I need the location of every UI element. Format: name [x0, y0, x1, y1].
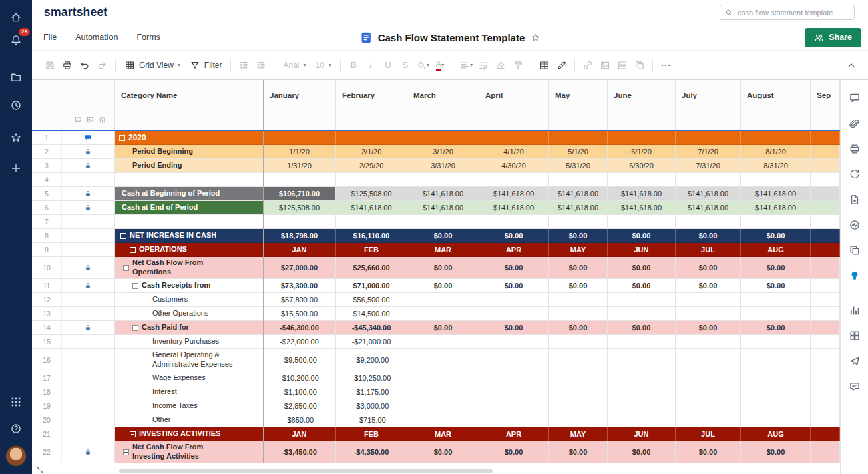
category-cell[interactable] — [115, 173, 264, 187]
value-cell[interactable]: $14,500.00 — [336, 307, 407, 321]
value-cell[interactable]: $56,500.00 — [336, 293, 407, 307]
value-cell[interactable] — [479, 173, 549, 187]
value-cell[interactable]: $0.00 — [479, 441, 549, 463]
value-cell[interactable] — [811, 307, 840, 321]
value-cell[interactable]: 8/31/20 — [741, 159, 811, 173]
underline-button[interactable]: U — [379, 57, 397, 74]
value-cell[interactable]: AUG — [741, 427, 811, 441]
row-number[interactable]: 15 — [32, 335, 62, 349]
value-cell[interactable] — [676, 131, 741, 145]
value-cell[interactable] — [811, 335, 840, 349]
row-number[interactable]: 1 — [32, 131, 62, 145]
value-cell[interactable]: $0.00 — [741, 257, 811, 279]
value-cell[interactable] — [479, 335, 549, 349]
strikethrough-button[interactable]: S — [397, 57, 414, 74]
value-cell[interactable] — [741, 349, 811, 371]
value-cell[interactable]: $0.00 — [608, 321, 676, 335]
value-cell[interactable] — [741, 371, 811, 385]
image-button[interactable] — [596, 57, 614, 74]
value-cell[interactable] — [676, 349, 741, 371]
category-cell[interactable]: INVESTING ACTIVITIES — [115, 427, 264, 441]
integrations-icon[interactable] — [849, 355, 861, 367]
charts-icon[interactable] — [849, 304, 861, 316]
value-cell[interactable]: -$715.00 — [336, 413, 407, 427]
value-cell[interactable] — [811, 145, 840, 159]
value-cell[interactable]: -$21,000.00 — [336, 335, 407, 349]
value-cell[interactable] — [407, 371, 479, 385]
category-cell[interactable]: Inventory Purchases — [115, 335, 264, 349]
value-cell[interactable]: $0.00 — [407, 441, 479, 463]
row-number[interactable]: 2 — [32, 145, 62, 159]
value-cell[interactable]: $0.00 — [407, 257, 479, 279]
collapse-toggle-icon[interactable] — [130, 431, 136, 437]
row-number[interactable]: 6 — [32, 201, 62, 215]
value-cell[interactable]: $141,618.00 — [407, 201, 479, 215]
value-cell[interactable]: FEB — [336, 427, 407, 441]
value-cell[interactable]: $0.00 — [676, 279, 741, 293]
value-cell[interactable]: JAN — [264, 243, 336, 257]
copies-icon[interactable] — [849, 244, 861, 256]
value-cell[interactable] — [608, 399, 676, 413]
value-cell[interactable] — [676, 385, 741, 399]
value-cell[interactable] — [811, 349, 840, 371]
value-cell[interactable]: AUG — [741, 243, 811, 257]
category-cell[interactable]: Period Ending — [115, 159, 264, 173]
value-cell[interactable]: JAN — [264, 427, 336, 441]
category-cell[interactable]: Period Beginning — [115, 145, 264, 159]
value-cell[interactable] — [549, 307, 608, 321]
summary-icon[interactable] — [849, 330, 861, 342]
value-cell[interactable]: $0.00 — [549, 229, 608, 243]
row-number[interactable]: 7 — [32, 215, 62, 229]
link-button[interactable] — [579, 57, 596, 74]
value-cell[interactable] — [811, 385, 840, 399]
value-cell[interactable] — [741, 173, 811, 187]
value-cell[interactable] — [676, 399, 741, 413]
category-cell[interactable]: Wage Expenses — [115, 371, 264, 385]
value-cell[interactable]: MAY — [549, 243, 608, 257]
value-cell[interactable]: -$3,000.00 — [336, 399, 407, 413]
menu-forms[interactable]: Forms — [136, 33, 160, 42]
row-number[interactable]: 12 — [32, 293, 62, 307]
value-cell[interactable]: 6/30/20 — [608, 159, 676, 173]
value-cell[interactable]: $0.00 — [407, 321, 479, 335]
create-new-icon[interactable] — [7, 159, 25, 178]
row-number[interactable]: 20 — [32, 413, 62, 427]
value-cell[interactable]: $0.00 — [608, 441, 676, 463]
notifications-icon[interactable]: 29 — [7, 31, 25, 49]
value-cell[interactable] — [407, 335, 479, 349]
value-cell[interactable] — [676, 293, 741, 307]
value-cell[interactable]: $141,618.00 — [676, 201, 741, 215]
value-cell[interactable]: -$9,500.00 — [264, 349, 336, 371]
value-cell[interactable]: -$650.00 — [264, 413, 336, 427]
value-cell[interactable] — [811, 257, 840, 279]
value-cell[interactable] — [741, 399, 811, 413]
value-cell[interactable]: $141,618.00 — [608, 201, 676, 215]
value-cell[interactable] — [811, 399, 840, 413]
column-header-july[interactable]: July — [676, 80, 741, 131]
filter-button[interactable]: Filter — [185, 57, 227, 74]
value-cell[interactable]: $0.00 — [741, 279, 811, 293]
value-cell[interactable] — [407, 413, 479, 427]
value-cell[interactable] — [811, 215, 840, 229]
value-cell[interactable]: -$1,175.00 — [336, 385, 407, 399]
value-cell[interactable]: -$3,450.00 — [264, 441, 336, 463]
column-header-april[interactable]: April — [479, 80, 549, 131]
bold-button[interactable]: B — [345, 57, 362, 74]
value-cell[interactable] — [741, 293, 811, 307]
value-cell[interactable]: $0.00 — [407, 229, 479, 243]
value-cell[interactable] — [549, 293, 608, 307]
align-button[interactable]: ▾ — [457, 57, 475, 74]
value-cell[interactable] — [549, 173, 608, 187]
value-cell[interactable]: $106,710.00 — [264, 187, 336, 201]
search-box[interactable] — [720, 5, 855, 20]
row-number[interactable]: 14 — [32, 321, 62, 335]
value-cell[interactable]: $0.00 — [479, 229, 549, 243]
value-cell[interactable]: $0.00 — [479, 321, 549, 335]
value-cell[interactable]: $57,800.00 — [264, 293, 336, 307]
value-cell[interactable]: -$22,000.00 — [264, 335, 336, 349]
value-cell[interactable]: $0.00 — [676, 441, 741, 463]
value-cell[interactable] — [741, 215, 811, 229]
category-cell[interactable]: Net Cash Flow From Operations — [115, 257, 264, 279]
value-cell[interactable] — [811, 173, 840, 187]
home-icon[interactable] — [7, 8, 25, 27]
